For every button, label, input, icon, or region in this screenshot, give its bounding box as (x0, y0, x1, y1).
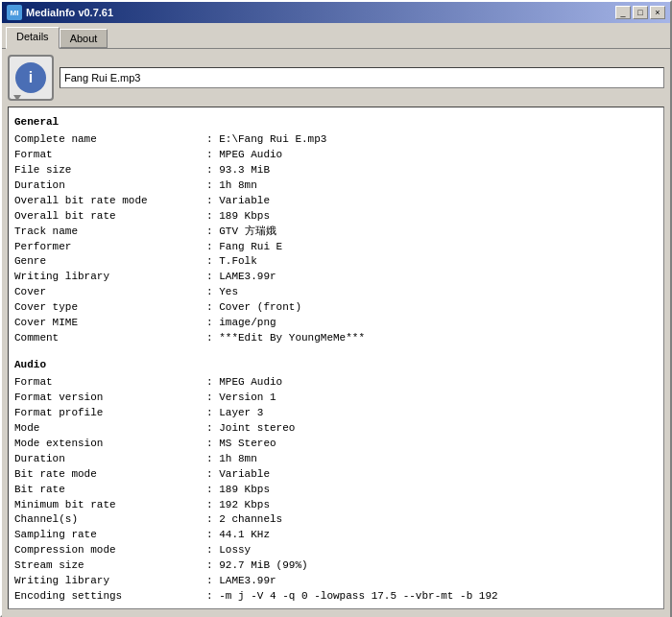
val-writing-library: : LAME3.99r (206, 270, 276, 285)
close-button[interactable]: × (650, 6, 665, 19)
key-duration: Duration (14, 178, 206, 194)
key-mode: Mode (14, 421, 206, 437)
icon-circle: i (15, 62, 46, 93)
val-cover-mime: : image/png (206, 316, 276, 331)
key-track-name: Track name (14, 225, 206, 240)
key-cover: Cover (14, 285, 206, 300)
tab-about[interactable]: About (60, 29, 108, 48)
spacer (14, 346, 658, 354)
info-panel[interactable]: General Complete name : E:\Fang Rui E.mp… (8, 107, 664, 609)
table-row: Format : MPEG Audio (14, 148, 658, 163)
key-audio-writing-library: Writing library (14, 574, 206, 589)
val-min-bit-rate: : 192 Kbps (206, 498, 270, 513)
table-row: Cover : Yes (14, 285, 658, 300)
window-title: MediaInfo v0.7.61 (26, 7, 113, 18)
val-format-profile: : Layer 3 (206, 406, 263, 421)
title-controls: _ □ × (615, 6, 665, 19)
table-row: Mode : Joint stereo (14, 421, 658, 437)
val-overall-bitrate-mode: : Variable (206, 194, 270, 209)
table-row: Minimum bit rate : 192 Kbps (14, 498, 658, 513)
val-track-name: : GTV 方瑞娥 (206, 225, 276, 240)
val-complete-name: : E:\Fang Rui E.mp3 (206, 132, 326, 148)
val-bit-rate-mode: : Variable (206, 467, 270, 483)
key-cover-type: Cover type (14, 300, 206, 316)
key-compression-mode: Compression mode (14, 543, 206, 558)
key-bit-rate: Bit rate (14, 483, 206, 498)
key-complete-name: Complete name (14, 132, 206, 148)
key-writing-library: Writing library (14, 270, 206, 285)
table-row: Format version : Version 1 (14, 391, 658, 406)
key-encoding-settings: Encoding settings (14, 589, 206, 605)
val-compression-mode: : Lossy (206, 543, 251, 558)
val-sampling-rate: : 44.1 KHz (206, 528, 270, 543)
tab-container: Details About (2, 23, 670, 49)
table-row: Writing library : LAME3.99r (14, 270, 658, 285)
table-row: Channel(s) : 2 channels (14, 512, 658, 528)
audio-section-header: Audio (14, 358, 658, 373)
val-performer: : Fang Rui E (206, 240, 282, 255)
table-row: Genre : T.Folk (14, 254, 658, 270)
val-audio-format: : MPEG Audio (206, 375, 282, 391)
key-mode-ext: Mode extension (14, 437, 206, 452)
icon-tail (13, 95, 21, 101)
val-comment: : ***Edit By YoungMeMe*** (206, 331, 365, 346)
table-row: Track name : GTV 方瑞娥 (14, 225, 658, 240)
table-row: File size : 93.3 MiB (14, 163, 658, 178)
table-row: Format : MPEG Audio (14, 375, 658, 391)
table-row: Cover MIME : image/png (14, 316, 658, 331)
table-row: Complete name : E:\Fang Rui E.mp3 (14, 132, 658, 148)
val-audio-duration: : 1h 8mn (206, 452, 257, 467)
table-row: Comment : ***Edit By YoungMeMe*** (14, 331, 658, 346)
val-file-size: : 93.3 MiB (206, 163, 270, 178)
media-icon: i (8, 55, 54, 101)
title-bar: MI MediaInfo v0.7.61 _ □ × (2, 2, 670, 23)
key-channels: Channel(s) (14, 512, 206, 528)
title-bar-left: MI MediaInfo v0.7.61 (7, 5, 113, 20)
table-row: Writing library : LAME3.99r (14, 574, 658, 589)
table-row: Overall bit rate mode : Variable (14, 194, 658, 209)
val-channels: : 2 channels (206, 512, 282, 528)
val-format-version: : Version 1 (206, 391, 276, 406)
table-row: Duration : 1h 8mn (14, 178, 658, 194)
maximize-button[interactable]: □ (633, 6, 648, 19)
table-row: Cover type : Cover (front) (14, 300, 658, 316)
key-genre: Genre (14, 254, 206, 270)
key-min-bit-rate: Minimum bit rate (14, 498, 206, 513)
key-format-profile: Format profile (14, 406, 206, 421)
key-audio-duration: Duration (14, 452, 206, 467)
key-audio-format: Format (14, 375, 206, 391)
val-cover-type: : Cover (front) (206, 300, 301, 316)
minimize-button[interactable]: _ (615, 6, 631, 19)
icon-letter: i (29, 69, 33, 86)
val-audio-writing-library: : LAME3.99r (206, 574, 276, 589)
table-row: Sampling rate : 44.1 KHz (14, 528, 658, 543)
file-header: i (8, 55, 664, 101)
val-genre: : T.Folk (206, 254, 257, 270)
key-performer: Performer (14, 240, 206, 255)
val-stream-size: : 92.7 MiB (99%) (206, 558, 308, 574)
val-mode-ext: : MS Stereo (206, 437, 276, 452)
key-bit-rate-mode: Bit rate mode (14, 467, 206, 483)
table-row: Mode extension : MS Stereo (14, 437, 658, 452)
key-overall-bitrate: Overall bit rate (14, 209, 206, 225)
table-row: Bit rate : 189 Kbps (14, 483, 658, 498)
key-sampling-rate: Sampling rate (14, 528, 206, 543)
val-bit-rate: : 189 Kbps (206, 483, 270, 498)
table-row: Encoding settings : -m j -V 4 -q 0 -lowp… (14, 589, 658, 605)
val-overall-bitrate: : 189 Kbps (206, 209, 270, 225)
tab-details[interactable]: Details (6, 27, 60, 49)
table-row: Compression mode : Lossy (14, 543, 658, 558)
main-window: MI MediaInfo v0.7.61 _ □ × Details About… (0, 0, 672, 617)
content-area: i General Complete name : E:\Fang Rui E.… (2, 49, 670, 617)
table-row: Duration : 1h 8mn (14, 452, 658, 467)
key-stream-size: Stream size (14, 558, 206, 574)
file-name-input[interactable] (60, 67, 664, 88)
general-section-header: General (14, 115, 658, 131)
key-cover-mime: Cover MIME (14, 316, 206, 331)
val-format: : MPEG Audio (206, 148, 282, 163)
val-mode: : Joint stereo (206, 421, 295, 437)
table-row: Format profile : Layer 3 (14, 406, 658, 421)
key-overall-bitrate-mode: Overall bit rate mode (14, 194, 206, 209)
val-duration: : 1h 8mn (206, 178, 257, 194)
table-row: Bit rate mode : Variable (14, 467, 658, 483)
